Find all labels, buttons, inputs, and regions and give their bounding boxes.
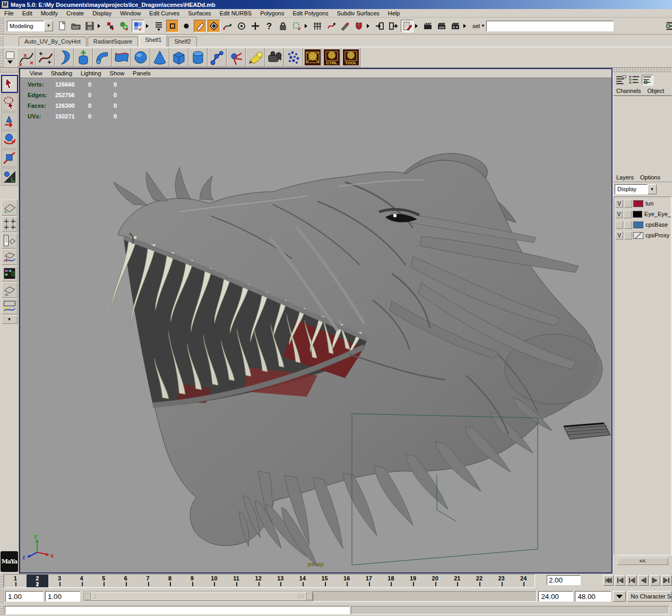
magnet-icon[interactable] xyxy=(352,20,365,32)
hypershade-pane-layout[interactable] xyxy=(2,266,18,281)
graph-pane-layout[interactable] xyxy=(2,249,18,265)
quick-select-input[interactable] xyxy=(486,21,614,31)
menu-item-surfaces[interactable]: Surfaces xyxy=(184,10,215,17)
construction-history-icon[interactable] xyxy=(235,20,248,32)
layer-color-swatch[interactable] xyxy=(633,221,643,228)
shelf-tab-shelf1[interactable]: Shelf1 xyxy=(139,35,167,47)
shelf-nurbs-sphere-icon[interactable] xyxy=(131,48,150,67)
shelf-tab-shelf2[interactable]: Shelf2 xyxy=(168,37,196,47)
step-back-frame-icon[interactable] xyxy=(626,575,637,586)
menu-item-create[interactable]: Create xyxy=(62,10,88,17)
timeline-frame-13[interactable]: 13 xyxy=(269,575,291,587)
dragon-model[interactable]: y x z xyxy=(20,78,611,572)
menu-item-subdiv-surfaces[interactable]: Subdiv Surfaces xyxy=(333,10,384,17)
lasso-tool[interactable] xyxy=(1,93,18,112)
layer-color-swatch[interactable] xyxy=(633,200,643,207)
persp-outliner-layout[interactable] xyxy=(2,282,18,298)
frame-ruler[interactable]: 1223456789101112131415161718192021222324 xyxy=(4,574,535,588)
animation-end-field[interactable] xyxy=(575,591,611,602)
timeline-frame-16[interactable]: 16 xyxy=(335,575,358,587)
panel-menu-show[interactable]: Show xyxy=(106,70,129,77)
menu-item-file[interactable]: File xyxy=(0,10,18,17)
timeline-frame-11[interactable]: 11 xyxy=(225,575,247,587)
render-globals-icon[interactable] xyxy=(449,20,462,32)
shelf-tool-handle-icon[interactable]: TOOL xyxy=(341,48,360,67)
shelf-subdiv-proxy-icon[interactable] xyxy=(303,48,322,67)
layer-name[interactable]: Eye_Eye_ xyxy=(643,211,671,217)
menu-item-polygons[interactable]: Polygons xyxy=(256,10,288,17)
snap-together-icon[interactable] xyxy=(325,20,338,32)
timeline-frame-4[interactable]: 4 xyxy=(71,575,93,587)
channel-menu-object[interactable]: Object xyxy=(644,87,667,95)
timeline-frame-3[interactable]: 3 xyxy=(48,575,71,587)
layer-visibility-toggle[interactable]: V xyxy=(615,232,623,239)
live-surface-icon[interactable] xyxy=(221,20,234,32)
command-input[interactable] xyxy=(5,606,350,614)
shelf-spot-light-icon[interactable] xyxy=(246,48,265,67)
shelf-nurbs-cone-icon[interactable] xyxy=(150,48,169,67)
layer-menu-options[interactable]: Options xyxy=(637,174,664,181)
magnet-curve-icon[interactable] xyxy=(339,20,351,32)
timeline-frame-17[interactable]: 17 xyxy=(358,575,380,587)
outliner-pane-layout[interactable] xyxy=(2,233,18,249)
shelf-tab-radiantsquare[interactable]: RadiantSquare xyxy=(88,37,138,47)
shelf-ep-curve-tool-icon[interactable] xyxy=(16,48,36,67)
shelf-ik-handle-icon[interactable] xyxy=(227,48,246,67)
chevron-down-icon[interactable]: ▼ xyxy=(44,21,53,31)
panel-menu-shading[interactable]: Shading xyxy=(47,70,76,77)
uv-grid-icon[interactable] xyxy=(311,20,324,32)
snap-plane-icon[interactable] xyxy=(208,20,220,32)
menu-item-edit-curves[interactable]: Edit Curves xyxy=(145,10,184,17)
highlight-selection-icon[interactable] xyxy=(290,20,303,32)
timeline-frame-15[interactable]: 15 xyxy=(314,575,336,587)
animation-pane-layout[interactable] xyxy=(2,298,18,314)
menu-item-window[interactable]: Window xyxy=(116,10,145,17)
snap-point-icon[interactable] xyxy=(194,20,206,32)
layer-visibility-toggle[interactable] xyxy=(615,221,623,229)
shelf-particles-icon[interactable] xyxy=(284,48,303,67)
timeline-frame-2[interactable]: 22 xyxy=(27,575,49,587)
lock-icon[interactable] xyxy=(277,20,289,32)
range-end-handle[interactable] xyxy=(306,593,313,600)
panel-menu-view[interactable]: View xyxy=(25,70,47,77)
layer-playback-toggle[interactable] xyxy=(624,221,632,229)
shelf-loft-icon[interactable] xyxy=(112,48,131,67)
chevron-down-icon[interactable]: ▼ xyxy=(481,23,485,28)
playback-end-field[interactable] xyxy=(538,591,573,602)
layer-visibility-toggle[interactable]: V xyxy=(615,210,623,218)
select-hierarchy-icon[interactable] xyxy=(104,20,117,32)
timeline-frame-7[interactable]: 7 xyxy=(137,575,159,587)
rotate-tool[interactable] xyxy=(1,131,18,149)
new-scene-icon[interactable] xyxy=(56,20,68,32)
current-time-field[interactable] xyxy=(547,575,581,585)
panel-grip[interactable] xyxy=(613,69,671,72)
step-back-key-icon[interactable] xyxy=(615,575,625,586)
group-divider-icon[interactable] xyxy=(415,20,420,32)
toolbox-grip[interactable] xyxy=(0,69,18,73)
playback-start-field[interactable] xyxy=(5,591,44,602)
viewport[interactable]: y x z Verts:12666000Edges:25275600Faces:… xyxy=(20,78,611,572)
group-divider-icon[interactable] xyxy=(146,20,151,32)
ipr-render-icon[interactable]: IPR xyxy=(435,20,448,32)
timeline-frame-5[interactable]: 5 xyxy=(92,575,115,587)
layer-name[interactable]: tun xyxy=(644,200,653,207)
select-component-icon[interactable] xyxy=(132,20,144,32)
plus-icon[interactable] xyxy=(249,20,262,32)
shelf-poly-cylinder-icon[interactable] xyxy=(188,48,208,67)
snap-curve-icon[interactable] xyxy=(180,20,193,32)
timeline-frame-8[interactable]: 8 xyxy=(159,575,181,587)
step-forward-frame-icon[interactable] xyxy=(661,575,672,586)
timeline-frame-19[interactable]: 19 xyxy=(402,575,424,587)
exit-edit-icon[interactable] xyxy=(387,20,400,32)
render-current-icon[interactable] xyxy=(421,20,434,32)
shelf-pencil-curve-tool-icon[interactable] xyxy=(36,48,55,67)
title-bar[interactable]: M Maya 5.0: E:\My Documents\maya\project… xyxy=(0,0,672,9)
timeline-frame-1[interactable]: 1 xyxy=(4,575,27,587)
range-groove[interactable]: 1 24 xyxy=(83,591,537,602)
range-slider-grip[interactable] xyxy=(0,589,4,603)
menu-item-help[interactable]: Help xyxy=(384,10,404,17)
shelf-poly-cube-icon[interactable] xyxy=(169,48,188,67)
help-icon[interactable]: ? xyxy=(263,20,275,32)
channel-lines-icon[interactable] xyxy=(615,75,627,85)
shelf-joint-tool-icon[interactable] xyxy=(208,48,227,67)
